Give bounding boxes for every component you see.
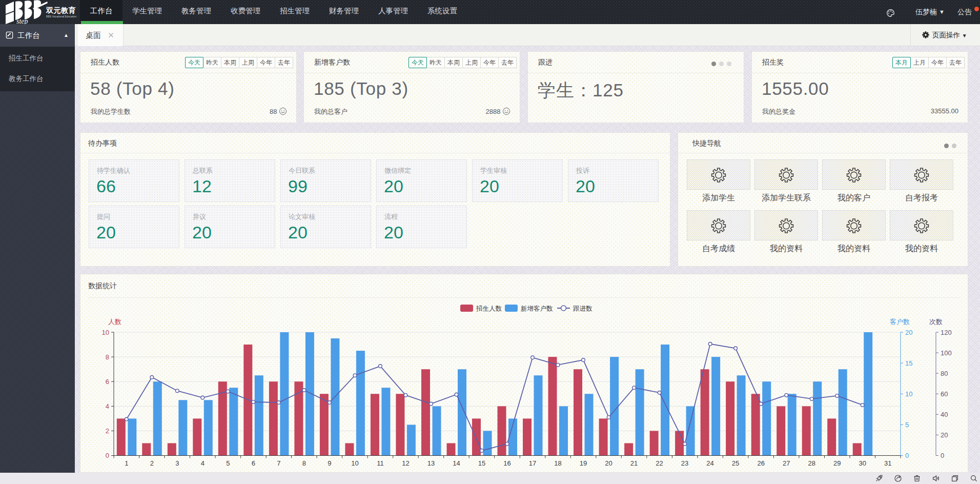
svg-text:13: 13 xyxy=(427,459,435,467)
svg-text:60: 60 xyxy=(941,390,948,398)
svg-text:12: 12 xyxy=(402,459,409,467)
svg-text:招生人数: 招生人数 xyxy=(476,305,502,312)
svg-text:0: 0 xyxy=(941,452,944,459)
svg-text:9: 9 xyxy=(328,459,331,467)
svg-text:28: 28 xyxy=(808,459,815,467)
svg-text:2: 2 xyxy=(150,459,154,467)
svg-text:26: 26 xyxy=(757,459,764,467)
svg-text:10: 10 xyxy=(102,329,109,336)
svg-text:6: 6 xyxy=(252,459,255,467)
svg-text:21: 21 xyxy=(630,459,638,467)
svg-text:5: 5 xyxy=(226,459,230,467)
svg-text:10: 10 xyxy=(905,390,912,398)
svg-text:80: 80 xyxy=(941,370,948,377)
svg-text:30: 30 xyxy=(859,459,866,467)
svg-text:29: 29 xyxy=(833,459,841,467)
svg-text:step: step xyxy=(16,17,28,24)
svg-text:14: 14 xyxy=(453,459,460,467)
svg-text:22: 22 xyxy=(656,459,663,467)
svg-text:11: 11 xyxy=(377,459,384,467)
svg-text:18: 18 xyxy=(554,459,561,467)
svg-text:19: 19 xyxy=(580,459,587,467)
svg-text:100: 100 xyxy=(941,349,952,357)
svg-text:15: 15 xyxy=(905,359,912,367)
svg-text:人数: 人数 xyxy=(108,318,121,326)
svg-text:新增客户数: 新增客户数 xyxy=(521,305,553,312)
svg-text:0: 0 xyxy=(106,452,109,459)
svg-text:3: 3 xyxy=(175,459,179,467)
svg-text:23: 23 xyxy=(681,459,688,467)
svg-text:20: 20 xyxy=(605,459,612,467)
svg-text:120: 120 xyxy=(941,329,952,336)
svg-text:1: 1 xyxy=(125,459,128,467)
svg-text:20: 20 xyxy=(941,431,948,439)
svg-text:客户数: 客户数 xyxy=(890,318,910,326)
svg-text:10: 10 xyxy=(351,459,358,467)
svg-text:0: 0 xyxy=(905,452,909,459)
svg-text:27: 27 xyxy=(783,459,790,467)
svg-text:4: 4 xyxy=(201,459,205,467)
svg-text:24: 24 xyxy=(706,459,713,467)
svg-text:次数: 次数 xyxy=(929,318,943,326)
svg-text:5: 5 xyxy=(905,421,909,429)
svg-text:6: 6 xyxy=(106,378,109,386)
svg-text:40: 40 xyxy=(941,411,948,418)
svg-text:31: 31 xyxy=(884,459,891,467)
svg-text:8: 8 xyxy=(106,353,109,361)
svg-text:跟进数: 跟进数 xyxy=(573,305,593,312)
svg-text:15: 15 xyxy=(478,459,485,467)
svg-text:8: 8 xyxy=(302,459,306,467)
svg-text:7: 7 xyxy=(277,459,280,467)
svg-text:25: 25 xyxy=(732,459,739,467)
svg-text:20: 20 xyxy=(905,329,912,336)
svg-text:17: 17 xyxy=(529,459,536,467)
svg-text:4: 4 xyxy=(106,402,109,410)
svg-text:2: 2 xyxy=(106,427,109,435)
svg-text:16: 16 xyxy=(503,459,511,467)
